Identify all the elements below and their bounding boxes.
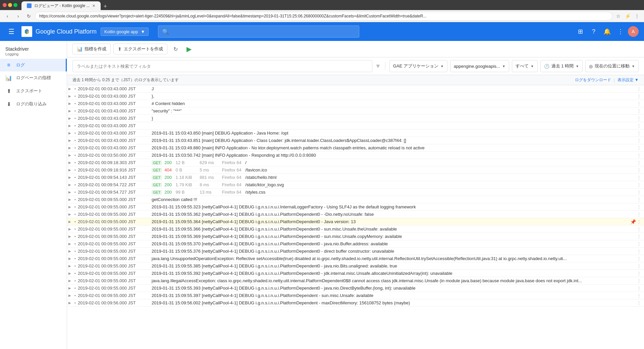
log-expand-button[interactable]: ▶	[67, 198, 72, 201]
download-logs-link[interactable]: ログをダウンロード	[575, 77, 611, 83]
display-settings-link[interactable]: 表示設定 ▼	[618, 77, 639, 83]
project-selector[interactable]: Kotlin google app ▼	[101, 28, 149, 36]
more-options-icon[interactable]: ⋮	[637, 227, 641, 232]
extensions-button[interactable]: ⚡	[623, 12, 632, 20]
more-options-icon[interactable]: ⋮	[637, 190, 641, 195]
log-expand-button[interactable]: ▶	[67, 220, 72, 223]
more-options-icon[interactable]: ⋮	[637, 300, 641, 306]
log-table-container[interactable]: ▶ ● 2019-02-01 00:03:43.000 JST J ⋮ ▶ ● …	[67, 85, 644, 349]
more-options-icon[interactable]: ⋮	[637, 263, 641, 269]
more-options-icon[interactable]: ⋮	[637, 160, 641, 165]
active-tab[interactable]: ログビューア - Kotlin google ... ✕	[21, 1, 101, 10]
refresh-button[interactable]: ↻	[170, 44, 181, 54]
filter-search-dropdown-icon[interactable]: ▼	[375, 63, 381, 70]
minimize-button[interactable]	[8, 3, 12, 7]
log-expand-button[interactable]: ▶	[67, 131, 72, 135]
more-options-icon[interactable]: ⋮	[637, 101, 641, 106]
close-button[interactable]	[3, 3, 7, 7]
more-options-icon[interactable]: ⋮	[637, 212, 641, 217]
location-dropdown[interactable]: ◎ 現在の位置に移動 ▼	[585, 60, 639, 72]
log-expand-button[interactable]: ▶	[67, 227, 72, 231]
more-options-icon[interactable]: ⋮	[637, 219, 641, 225]
log-expand-button[interactable]: ▶	[67, 286, 72, 290]
create-export-button[interactable]: ⬆ エクスポートを作成	[113, 44, 167, 54]
maximize-button[interactable]	[13, 3, 17, 7]
forward-button[interactable]: ›	[13, 11, 23, 21]
create-metric-button[interactable]: 📊 指標を作成	[72, 44, 111, 54]
more-options-icon[interactable]: ⋮	[637, 271, 641, 276]
console-icon-button[interactable]: ⊞	[574, 26, 586, 38]
more-options-icon[interactable]: ⋮	[637, 234, 641, 239]
more-options-icon[interactable]: ⋮	[637, 167, 641, 173]
notifications-button[interactable]: 🔔	[601, 26, 613, 38]
avatar[interactable]: A	[628, 26, 639, 37]
more-options-icon[interactable]: ⋮	[637, 204, 641, 210]
more-options-icon[interactable]: ⋮	[637, 94, 641, 99]
log-expand-button[interactable]: ▶	[67, 301, 72, 305]
time-dropdown[interactable]: 🕐 過去 1 時間 ▼	[540, 60, 583, 72]
log-expand-button[interactable]: ▶	[67, 242, 72, 246]
log-expand-button[interactable]: ▶	[67, 116, 72, 120]
log-expand-button[interactable]: ▶	[67, 139, 72, 142]
level-dropdown[interactable]: すべて ▼	[512, 60, 538, 72]
sidebar-item-import[interactable]: ⬇ ログの取り込み	[0, 98, 67, 111]
log-expand-button[interactable]: ▶	[67, 205, 72, 209]
log-expand-button[interactable]: ▶	[67, 153, 72, 157]
sidebar-item-logs[interactable]: ≡ ログ	[0, 59, 67, 71]
log-expand-button[interactable]: ▶	[67, 146, 72, 150]
log-expand-button[interactable]: ▶	[67, 235, 72, 238]
more-options-icon[interactable]: ⋮	[637, 182, 641, 188]
log-expand-button[interactable]: ▶	[67, 94, 72, 98]
back-button[interactable]: ‹	[3, 11, 12, 21]
log-expand-button[interactable]: ▶	[67, 183, 72, 187]
log-expand-button[interactable]: ▶	[67, 109, 72, 113]
reload-button[interactable]: ↻	[24, 11, 34, 21]
tab-close-icon[interactable]: ✕	[92, 4, 95, 8]
log-expand-button[interactable]: ▶	[67, 249, 72, 253]
more-options-icon[interactable]: ⋮	[637, 138, 641, 143]
sidebar-item-metrics[interactable]: 📊 ログベースの指標	[0, 71, 67, 85]
log-expand-button[interactable]: ▶	[67, 294, 72, 297]
log-expand-button[interactable]: ▶	[67, 168, 72, 172]
new-tab-button[interactable]: +	[101, 3, 110, 10]
log-expand-button[interactable]: ▶	[67, 190, 72, 194]
more-options-icon[interactable]: ⋮	[637, 286, 641, 291]
sidebar-item-export[interactable]: ⬆ エクスポート	[0, 85, 67, 98]
address-input[interactable]	[35, 12, 612, 20]
more-options-icon[interactable]: ⋮	[637, 123, 641, 129]
more-options-icon[interactable]: ⋮	[637, 256, 641, 261]
more-options-icon[interactable]: ⋮	[637, 278, 641, 284]
more-options-icon[interactable]: ⋮	[637, 249, 641, 254]
more-options-icon[interactable]: ⋮	[637, 197, 641, 202]
help-button[interactable]: ?	[588, 26, 600, 38]
more-options-icon[interactable]: ⋮	[637, 175, 641, 180]
stream-button[interactable]: ▶	[183, 44, 194, 54]
more-options-button[interactable]: ⋮	[614, 26, 627, 38]
more-options-icon[interactable]: ⋮	[637, 241, 641, 247]
more-options-icon[interactable]: ⋮	[637, 145, 641, 151]
log-expand-button[interactable]: ▶	[67, 257, 72, 260]
pin-icon[interactable]: 📌	[630, 219, 636, 225]
more-options-icon[interactable]: ⋮	[637, 108, 641, 114]
bookmark-button[interactable]: ☆	[614, 12, 623, 20]
log-expand-button[interactable]: ▶	[67, 264, 72, 268]
more-options-icon[interactable]: ⋮	[637, 153, 641, 158]
log-expand-button[interactable]: ▶	[67, 87, 72, 91]
log-expand-button[interactable]: ▶	[67, 176, 72, 179]
filter-search-input[interactable]	[72, 60, 372, 72]
log-expand-button[interactable]: ▶	[67, 271, 72, 275]
browser-menu-button[interactable]: ⋮	[633, 12, 641, 20]
more-options-icon[interactable]: ⋮	[637, 131, 641, 136]
log-expand-button[interactable]: ▶	[67, 161, 72, 164]
log-expand-button[interactable]: ▶	[67, 124, 72, 128]
log-expand-button[interactable]: ▶	[67, 279, 72, 283]
resource-type-dropdown[interactable]: GAE アプリケーション ▼	[389, 60, 447, 72]
more-options-icon[interactable]: ⋮	[637, 116, 641, 121]
brand-logo[interactable]: Google Cloud Platform	[21, 26, 97, 37]
global-search-input[interactable]	[172, 29, 355, 34]
service-dropdown[interactable]: appengine.googleapis... ▼	[450, 60, 509, 72]
log-expand-button[interactable]: ▶	[67, 212, 72, 216]
more-options-icon[interactable]: ⋮	[637, 86, 641, 92]
log-expand-button[interactable]: ▶	[67, 102, 72, 105]
more-options-icon[interactable]: ⋮	[637, 293, 641, 298]
